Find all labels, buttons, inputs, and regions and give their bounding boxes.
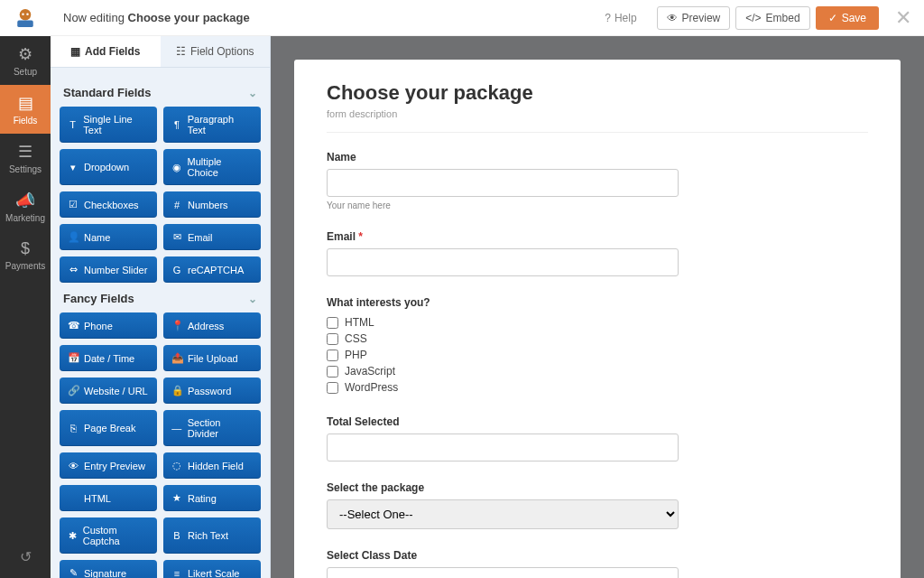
field-icon: —: [171, 423, 182, 434]
chevron-down-icon: ⌄: [248, 87, 257, 99]
undo-history[interactable]: ↺: [0, 536, 51, 578]
field-type-hidden-field[interactable]: ◌Hidden Field: [163, 452, 261, 479]
checkbox-item[interactable]: JavaScript: [327, 363, 679, 379]
tab-add-fields[interactable]: ▦ Add Fields: [51, 36, 161, 67]
group-header[interactable]: Standard Fields⌄: [60, 77, 261, 107]
field-type-numbers[interactable]: #Numbers: [163, 191, 261, 218]
field-icon: ≡: [171, 568, 182, 579]
field-type-page-break[interactable]: ⎘Page Break: [60, 410, 157, 446]
name-input[interactable]: [327, 169, 679, 197]
label: Name: [327, 151, 679, 163]
field-date[interactable]: Select Class Date: [327, 549, 679, 578]
field-icon: ◉: [171, 162, 182, 173]
group-header[interactable]: Fancy Fields⌄: [60, 283, 261, 312]
tab-field-options[interactable]: ☷ Field Options: [161, 36, 271, 67]
field-icon: ★: [171, 492, 182, 504]
checkbox-input[interactable]: [327, 382, 338, 394]
email-input[interactable]: [327, 248, 679, 276]
field-type-dropdown[interactable]: ▾Dropdown: [60, 149, 157, 185]
field-type-checkboxes[interactable]: ☑Checkboxes: [60, 191, 157, 218]
checkbox-item[interactable]: PHP: [327, 347, 679, 363]
checkbox-input[interactable]: [327, 333, 338, 345]
field-type-signature[interactable]: ✎Signature: [60, 560, 157, 578]
field-type-section-divider[interactable]: —Section Divider: [163, 410, 261, 446]
close-icon[interactable]: ✕: [895, 6, 911, 30]
eye-icon: 👁: [667, 12, 678, 24]
help-link[interactable]: ? Help: [605, 12, 636, 24]
dollar-icon: $: [21, 239, 30, 258]
field-type-address[interactable]: 📍Address: [163, 312, 261, 339]
field-icon: 🔗: [68, 385, 79, 396]
nav-payments[interactable]: $ Payments: [0, 231, 51, 279]
field-type-name[interactable]: 👤Name: [60, 224, 157, 250]
hint: Your name here: [327, 200, 679, 210]
field-type-rich-text[interactable]: BRich Text: [163, 517, 261, 554]
preview-button[interactable]: 👁 Preview: [657, 6, 731, 30]
field-type-website-url[interactable]: 🔗Website / URL: [60, 378, 157, 404]
checkbox-item[interactable]: HTML: [327, 314, 679, 331]
nav-label: Setup: [14, 67, 37, 77]
field-icon: ◌: [171, 460, 182, 471]
field-icon: ✱: [68, 530, 78, 542]
field-type-entry-preview[interactable]: 👁Entry Preview: [60, 452, 157, 479]
page-title: Now editing Choose your package: [63, 11, 605, 24]
nav-fields[interactable]: ▤ Fields: [0, 85, 51, 134]
field-type-date-time[interactable]: 📅Date / Time: [60, 345, 157, 371]
field-type-single-line-text[interactable]: TSingle Line Text: [60, 107, 157, 143]
nav-setup[interactable]: ⚙ Setup: [0, 36, 51, 85]
field-icon: 👁: [68, 461, 79, 471]
save-button[interactable]: ✓ Save: [816, 6, 879, 30]
field-icon: 📅: [68, 352, 79, 364]
checkbox-input[interactable]: [327, 350, 338, 361]
field-type-recaptcha[interactable]: GreCAPTCHA: [163, 256, 261, 283]
checkbox-input[interactable]: [327, 366, 338, 378]
total-input[interactable]: [327, 434, 679, 461]
field-name[interactable]: Name Your name here: [327, 151, 679, 210]
field-icon: 📤: [171, 352, 182, 364]
embed-button[interactable]: </> Embed: [735, 6, 809, 30]
field-icon: 📍: [171, 320, 182, 331]
gear-icon: ⚙: [18, 44, 32, 64]
code-icon: </>: [745, 12, 761, 24]
field-total[interactable]: Total Selected: [327, 415, 679, 461]
label: Total Selected: [327, 415, 679, 428]
field-icon: G: [171, 265, 182, 275]
field-type-paragraph-text[interactable]: ¶Paragraph Text: [163, 107, 261, 143]
field-type-number-slider[interactable]: ⇔Number Slider: [60, 256, 157, 283]
check-icon: ✓: [828, 12, 837, 24]
field-icon: ⎘: [68, 423, 79, 434]
field-type-multiple-choice[interactable]: ◉Multiple Choice: [163, 149, 261, 185]
app-logo: [0, 0, 51, 36]
field-type-email[interactable]: ✉Email: [163, 224, 261, 250]
field-email[interactable]: Email *: [327, 230, 679, 276]
nav-label: Settings: [9, 164, 42, 174]
field-type-password[interactable]: 🔒Password: [163, 378, 261, 404]
checkbox-input[interactable]: [327, 317, 338, 329]
sliders-icon: ☰: [18, 142, 32, 162]
checkbox-item[interactable]: CSS: [327, 331, 679, 347]
nav-settings[interactable]: ☰ Settings: [0, 134, 51, 182]
form-description[interactable]: form description: [327, 108, 868, 133]
field-interests[interactable]: What interests you? HTMLCSSPHPJavaScript…: [327, 296, 679, 396]
nav-marketing[interactable]: 📣 Marketing: [0, 182, 51, 231]
field-type-likert-scale[interactable]: ≡Likert Scale: [163, 560, 261, 578]
nav-label: Payments: [5, 261, 45, 271]
form-title[interactable]: Choose your package: [327, 81, 868, 105]
list-icon: ▦: [70, 45, 80, 58]
nav-label: Marketing: [5, 213, 45, 223]
field-package[interactable]: Select the package --Select One--: [327, 481, 679, 529]
field-icon: ¶: [171, 119, 182, 130]
field-icon: B: [171, 530, 182, 541]
field-type-html[interactable]: HTML: [60, 485, 157, 511]
field-icon: ✎: [68, 567, 79, 578]
package-select[interactable]: --Select One--: [327, 499, 679, 529]
field-type-phone[interactable]: ☎Phone: [60, 312, 157, 339]
svg-point-3: [26, 13, 29, 15]
field-type-rating[interactable]: ★Rating: [163, 485, 261, 511]
field-type-file-upload[interactable]: 📤File Upload: [163, 345, 261, 371]
field-icon: ▾: [68, 162, 79, 173]
checkbox-item[interactable]: WordPress: [327, 379, 679, 396]
field-type-custom-captcha[interactable]: ✱Custom Captcha: [60, 517, 157, 554]
fields-icon: ▤: [18, 93, 33, 113]
date-input[interactable]: [327, 567, 679, 578]
